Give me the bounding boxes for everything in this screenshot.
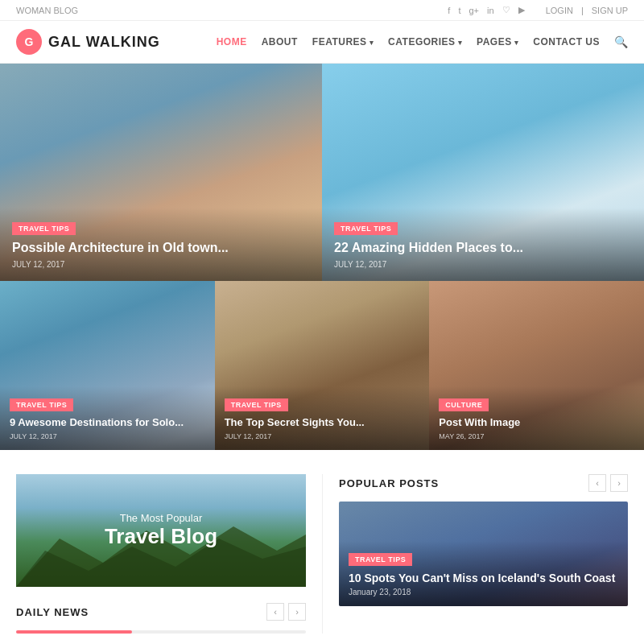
card-title-2: The Top Secret Sights You... (225, 416, 420, 430)
popular-posts-header: POPULAR POSTS ‹ › (339, 474, 628, 492)
hero-tag-1: TRAVEL TIPS (12, 222, 76, 235)
hero-grid: TRAVEL TIPS Possible Architecture in Old… (0, 64, 644, 281)
popular-post-tag: TRAVEL TIPS (349, 553, 412, 566)
logo-text: GAL WALKING (48, 34, 160, 51)
hero-date-2: JULY 12, 2017 (334, 260, 632, 269)
daily-news-section: DAILY NEWS ‹ › (16, 603, 306, 634)
popular-post-featured[interactable]: TRAVEL TIPS 10 Spots You Can't Miss on I… (339, 502, 628, 606)
news-progress-bar (16, 630, 306, 634)
nav-about[interactable]: ABOUT (262, 36, 298, 47)
twitter-icon[interactable]: t (458, 6, 460, 15)
bottom-left: The Most Popular Travel Blog DAILY NEWS … (16, 474, 322, 634)
card-date-1: JULY 12, 2017 (10, 432, 205, 440)
facebook-icon[interactable]: f (448, 6, 450, 15)
popular-post-overlay: TRAVEL TIPS 10 Spots You Can't Miss on I… (339, 541, 628, 606)
card-title-3: Post With Image (439, 416, 634, 430)
logo[interactable]: G GAL WALKING (16, 29, 160, 55)
main-nav: HOME ABOUT FEATURES CATEGORIES PAGES CON… (217, 35, 628, 48)
card-overlay-3: CULTURE Post With Image MAY 26, 2017 (429, 386, 644, 450)
travel-blog-small: The Most Popular (120, 512, 203, 524)
popular-posts-prev[interactable]: ‹ (588, 474, 606, 492)
linkedin-icon[interactable]: in (487, 6, 494, 15)
top-bar: WOMAN BLOG f t g+ in ♡ ▶ LOGIN | SIGN UP (0, 0, 644, 21)
signup-link[interactable]: SIGN UP (592, 6, 628, 15)
popular-posts-nav: ‹ › (588, 474, 628, 492)
travel-blog-text: The Most Popular Travel Blog (16, 474, 306, 587)
card-post-3[interactable]: CULTURE Post With Image MAY 26, 2017 (429, 281, 644, 450)
card-grid: TRAVEL TIPS 9 Awesome Destinations for S… (0, 281, 644, 450)
popular-post-date: January 23, 2018 (349, 588, 618, 597)
nav-home[interactable]: HOME (217, 36, 247, 47)
header: G GAL WALKING HOME ABOUT FEATURES CATEGO… (0, 21, 644, 64)
card-title-1: 9 Awesome Destinations for Solo... (10, 416, 205, 430)
hero-overlay-1: TRAVEL TIPS Possible Architecture in Old… (0, 208, 322, 281)
logo-icon: G (16, 29, 42, 55)
bottom-section: The Most Popular Travel Blog DAILY NEWS … (0, 450, 644, 644)
nav-pages[interactable]: PAGES (477, 36, 518, 47)
daily-news-title: DAILY NEWS (16, 606, 89, 618)
daily-news-nav: ‹ › (266, 603, 306, 621)
bottom-right: POPULAR POSTS ‹ › TRAVEL TIPS 10 Spots Y… (322, 474, 628, 634)
popular-posts-title: POPULAR POSTS (339, 477, 439, 489)
popular-post-title: 10 Spots You Can't Miss on Iceland's Sou… (349, 571, 618, 585)
card-tag-3: CULTURE (439, 398, 489, 411)
card-tag-1: TRAVEL TIPS (10, 398, 73, 411)
hero-title-2: 22 Amazing Hidden Places to... (334, 240, 632, 257)
daily-news-prev[interactable]: ‹ (266, 603, 284, 621)
travel-blog-big: Travel Blog (105, 524, 217, 549)
daily-news-header: DAILY NEWS ‹ › (16, 603, 306, 621)
daily-news-next[interactable]: › (288, 603, 306, 621)
nav-contact[interactable]: CONTACT US (533, 36, 600, 47)
site-name: WOMAN BLOG (16, 6, 78, 15)
news-progress-fill (16, 630, 132, 634)
hero-post-1[interactable]: TRAVEL TIPS Possible Architecture in Old… (0, 64, 322, 281)
auth-separator: | (581, 6, 584, 15)
pinterest-icon[interactable]: ♡ (502, 5, 510, 15)
card-overlay-1: TRAVEL TIPS 9 Awesome Destinations for S… (0, 386, 215, 450)
hero-tag-2: TRAVEL TIPS (334, 222, 398, 235)
popular-posts-next[interactable]: › (610, 474, 628, 492)
search-icon[interactable]: 🔍 (614, 35, 628, 48)
nav-categories[interactable]: CATEGORIES (388, 36, 462, 47)
youtube-icon[interactable]: ▶ (518, 5, 525, 15)
googleplus-icon[interactable]: g+ (469, 6, 479, 15)
card-date-2: JULY 12, 2017 (225, 432, 420, 440)
social-links: f t g+ in ♡ ▶ LOGIN | SIGN UP (448, 5, 628, 15)
login-link[interactable]: LOGIN (546, 6, 573, 15)
card-tag-2: TRAVEL TIPS (225, 398, 288, 411)
hero-overlay-2: TRAVEL TIPS 22 Amazing Hidden Places to.… (322, 208, 644, 281)
hero-title-1: Possible Architecture in Old town... (12, 240, 310, 257)
travel-blog-banner[interactable]: The Most Popular Travel Blog (16, 474, 306, 587)
card-date-3: MAY 26, 2017 (439, 432, 634, 440)
hero-date-1: JULY 12, 2017 (12, 260, 310, 269)
card-post-1[interactable]: TRAVEL TIPS 9 Awesome Destinations for S… (0, 281, 215, 450)
hero-post-2[interactable]: TRAVEL TIPS 22 Amazing Hidden Places to.… (322, 64, 644, 281)
card-post-2[interactable]: TRAVEL TIPS The Top Secret Sights You...… (215, 281, 430, 450)
nav-features[interactable]: FEATURES (312, 36, 374, 47)
card-overlay-2: TRAVEL TIPS The Top Secret Sights You...… (215, 386, 430, 450)
